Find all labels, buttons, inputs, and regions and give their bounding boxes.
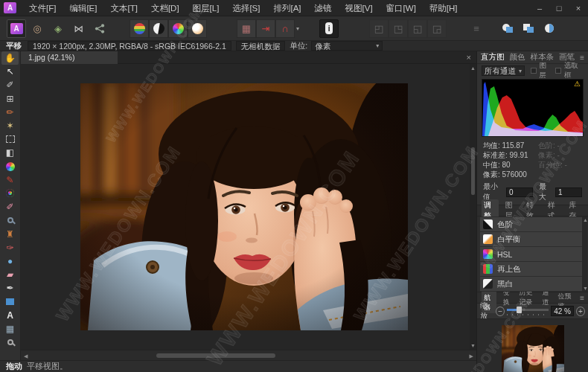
adjustment-black-white[interactable]: 黑白 xyxy=(480,277,582,291)
move-tool[interactable]: ↖ xyxy=(0,65,20,78)
tab-colour[interactable]: 颜色 xyxy=(510,52,525,62)
color-replacement-tool[interactable] xyxy=(0,187,20,200)
zoom-out-button[interactable]: − xyxy=(496,307,505,316)
horizontal-scrollbar[interactable]: ◀ ▶ xyxy=(21,350,476,360)
navigator-menu-icon[interactable]: ≡ xyxy=(580,294,588,302)
liquify-persona-button[interactable]: ◎ xyxy=(28,19,47,38)
menu-document[interactable]: 文档[D] xyxy=(144,0,186,16)
layers-checkbox[interactable] xyxy=(531,68,537,74)
menu-view[interactable]: 视图[V] xyxy=(339,0,380,16)
adjustment-white-balance[interactable]: 白平衡 xyxy=(480,232,582,246)
navigator-preview[interactable]: ◢ xyxy=(477,318,588,372)
hsl-icon xyxy=(483,249,493,259)
erase-tool[interactable]: ▰ xyxy=(0,268,20,281)
navigator-thumbnail[interactable] xyxy=(502,325,564,372)
pen-tool[interactable]: ✒ xyxy=(0,281,20,295)
clone-stamp-tool[interactable]: ♜ xyxy=(0,227,20,240)
scroll-left-icon[interactable]: ◀ xyxy=(24,353,28,359)
menu-edit[interactable]: 编辑[E] xyxy=(63,0,103,16)
auto-white-balance-button[interactable] xyxy=(188,19,207,38)
marquee-checkbox[interactable] xyxy=(555,68,561,74)
boolean-divide-button[interactable] xyxy=(540,19,559,38)
vertical-scroll-thumb[interactable] xyxy=(471,147,475,195)
tab-close-icon[interactable]: × xyxy=(461,53,476,62)
zoom-slider[interactable] xyxy=(507,307,549,315)
zoom-value-field[interactable]: 42 % xyxy=(551,306,574,316)
auto-colour-button[interactable] xyxy=(168,19,188,38)
adjustment-scrollbar[interactable]: ▲ ▼ xyxy=(582,217,587,292)
crop-tool[interactable]: ⊞ xyxy=(0,92,20,106)
rectangle-tool[interactable] xyxy=(0,295,20,308)
panel-menu-icon[interactable]: ≡ xyxy=(580,54,588,62)
auto-contrast-button[interactable] xyxy=(149,19,168,38)
marquee-tool[interactable] xyxy=(0,132,20,146)
assistant-button[interactable]: i xyxy=(319,19,339,38)
close-button[interactable]: × xyxy=(569,0,588,16)
boolean-subtract-button[interactable] xyxy=(519,19,538,38)
clipping-warning-icon[interactable]: ⚠ xyxy=(574,80,581,88)
snapping-button[interactable]: ∩ xyxy=(275,19,295,38)
alignment-button[interactable]: ≡ xyxy=(467,19,486,38)
menu-help[interactable]: 帮助[H] xyxy=(423,0,464,16)
blur-tool[interactable]: ● xyxy=(0,254,20,268)
scroll-down-icon[interactable]: ▼ xyxy=(470,343,476,348)
menu-window[interactable]: 窗口[W] xyxy=(380,0,423,16)
horizontal-scroll-thumb[interactable] xyxy=(156,353,275,358)
menu-arrange[interactable]: 排列[A] xyxy=(266,0,307,16)
boolean-add-button[interactable] xyxy=(498,19,517,38)
paint-brush-tool[interactable]: ✎ xyxy=(0,173,20,187)
menu-filters[interactable]: 滤镜 xyxy=(308,0,339,16)
healing-brush-tool[interactable]: ✑ xyxy=(0,241,20,254)
auto-levels-button[interactable] xyxy=(130,19,149,38)
gradient-tool[interactable]: ◧ xyxy=(0,146,20,159)
color-picker-tool[interactable]: ✐ xyxy=(0,78,20,92)
minimize-button[interactable]: – xyxy=(530,0,549,16)
adj-scroll-down-icon[interactable]: ▼ xyxy=(583,286,588,291)
main-toolbar: A ◎ ◈ ⋈ ▦ ⇥ ∩ ▾ i ◰ ◳ ◱ ◲ ≡ xyxy=(0,16,588,41)
retouch-tool[interactable] xyxy=(0,214,20,227)
max-input[interactable] xyxy=(555,187,582,197)
maximize-button[interactable]: □ xyxy=(549,0,569,16)
arrange-down-button[interactable]: ◳ xyxy=(389,19,408,38)
vertical-scrollbar[interactable]: ▲ ▼ xyxy=(470,64,476,350)
color-sphere-tool[interactable] xyxy=(0,160,20,173)
scroll-right-icon[interactable]: ▶ xyxy=(470,353,473,359)
menu-select[interactable]: 选择[S] xyxy=(226,0,266,16)
adjustment-recolour[interactable]: 再上色 xyxy=(480,262,582,276)
scroll-up-icon[interactable]: ▲ xyxy=(470,65,476,71)
zoom-slider-thumb[interactable] xyxy=(517,307,522,313)
arrange-back-button[interactable]: ◰ xyxy=(369,19,389,38)
healing-brush-icon: ✑ xyxy=(6,243,13,252)
view-tool[interactable]: ✋ xyxy=(1,51,19,65)
tab-histogram[interactable]: 直方图 xyxy=(481,52,505,62)
export-persona-button[interactable] xyxy=(90,19,109,38)
status-bar: 拖动 平移视图。 xyxy=(0,360,476,372)
move-whole-pixels-button[interactable]: ⇥ xyxy=(256,19,275,38)
mesh-warp-tool[interactable]: ▦ xyxy=(0,322,20,336)
unit-select[interactable]: 像素 ▾ xyxy=(311,41,383,51)
zoom-in-button[interactable]: + xyxy=(576,307,585,316)
menu-layer[interactable]: 图层[L] xyxy=(186,0,226,16)
channel-select[interactable]: 所有通道 ▾ xyxy=(482,65,525,76)
photo-persona-button[interactable]: A xyxy=(7,19,26,38)
tonemap-persona-button[interactable]: ⋈ xyxy=(69,19,89,38)
text-tool[interactable]: A xyxy=(0,309,20,322)
menu-text[interactable]: 文本[T] xyxy=(103,0,144,16)
pixel-grid-button[interactable]: ▦ xyxy=(237,19,256,38)
document-tab[interactable]: 1.jpg (42.1%) xyxy=(21,51,118,64)
selection-brush-tool[interactable]: ✏ xyxy=(0,106,20,119)
arrange-up-button[interactable]: ◱ xyxy=(408,19,427,38)
menu-file[interactable]: 文件[F] xyxy=(22,0,63,16)
adjustment-levels[interactable]: 色阶 xyxy=(480,217,582,231)
arrange-front-button[interactable]: ◲ xyxy=(427,19,447,38)
pixel-tool[interactable]: ✐ xyxy=(0,200,20,214)
snapping-caret-icon[interactable]: ▾ xyxy=(296,25,299,32)
flood-select-tool[interactable]: ✶ xyxy=(0,119,20,132)
adj-scroll-up-icon[interactable]: ▲ xyxy=(583,217,588,222)
develop-persona-button[interactable]: ◈ xyxy=(48,19,68,38)
zoom-tool[interactable] xyxy=(0,336,20,349)
adjustment-hsl[interactable]: HSL xyxy=(480,247,582,261)
min-input[interactable] xyxy=(506,187,533,197)
canvas-area[interactable]: ▲ ▼ xyxy=(21,64,476,350)
unit-caret-icon: ▾ xyxy=(376,42,379,51)
